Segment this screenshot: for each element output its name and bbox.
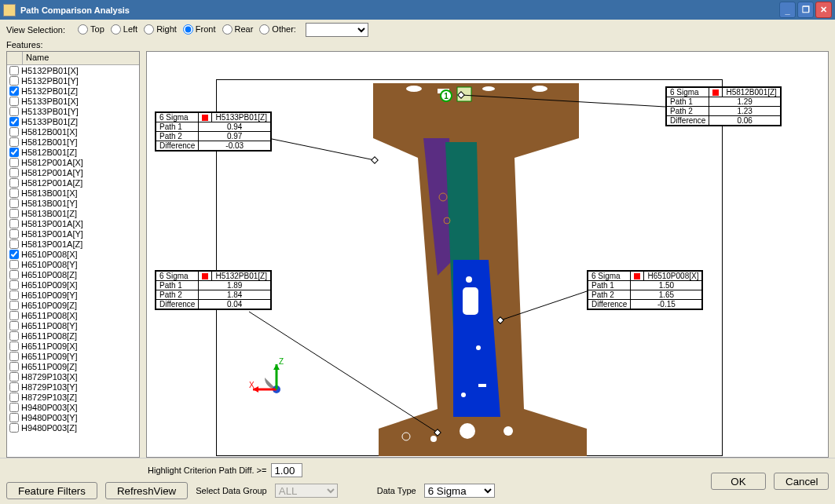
feature-row[interactable]: H6511P009[X] — [7, 341, 139, 351]
feature-checkbox[interactable] — [9, 178, 19, 188]
svg-rect-23 — [497, 317, 504, 323]
callout-c3[interactable]: 6 SigmaH5812B001[Z]Path 11.29Path 21.23D… — [665, 86, 782, 126]
feature-checkbox[interactable] — [9, 341, 19, 351]
feature-label: H8729P103[Y] — [21, 382, 78, 392]
feature-row[interactable]: H9480P003[Z] — [7, 422, 139, 433]
feature-row[interactable]: H5133PB01[Y] — [7, 106, 139, 116]
feature-row[interactable]: H6510P008[Z] — [7, 269, 139, 279]
feature-checkbox[interactable] — [9, 107, 19, 116]
feature-checkbox[interactable] — [9, 219, 19, 228]
data-type-select[interactable]: 6 Sigma — [424, 484, 495, 498]
feature-checkbox[interactable] — [9, 403, 19, 412]
feature-row[interactable]: H8729P103[Z] — [7, 392, 139, 402]
view-radio-right[interactable]: Right — [144, 24, 177, 35]
view-radio-front[interactable]: Front — [183, 24, 216, 35]
feature-row[interactable]: H5812P001A[X] — [7, 157, 139, 167]
feature-checkbox[interactable] — [9, 423, 19, 433]
feature-checkbox[interactable] — [9, 280, 19, 290]
view-radio-rear[interactable]: Rear — [222, 24, 254, 35]
feature-row[interactable]: H6511P008[X] — [7, 310, 139, 320]
feature-row[interactable]: H5813P001A[X] — [7, 218, 139, 228]
feature-row[interactable]: H5812B001[Z] — [7, 147, 139, 157]
feature-row[interactable]: H5133PB01[Z] — [7, 116, 139, 126]
feature-checkbox[interactable] — [9, 199, 19, 208]
feature-checkbox[interactable] — [9, 413, 19, 422]
view-radio-left[interactable]: Left — [111, 24, 137, 35]
feature-checkbox[interactable] — [9, 117, 19, 126]
feature-checkbox[interactable] — [9, 311, 19, 320]
view-radio-other[interactable]: Other: — [259, 24, 296, 35]
feature-row[interactable]: H5813P001A[Y] — [7, 228, 139, 239]
feature-row[interactable]: H6510P009[Z] — [7, 300, 139, 310]
refresh-view-button[interactable]: RefreshView — [105, 482, 188, 499]
feature-row[interactable]: H5813P001A[Z] — [7, 239, 139, 249]
feature-label: H6510P008[Z] — [21, 270, 77, 279]
callout-c1[interactable]: 6 SigmaH5133PB01[Z]Path 10.94Path 20.97D… — [155, 111, 272, 152]
feature-checkbox[interactable] — [9, 372, 19, 382]
name-column-header[interactable]: Name — [23, 52, 139, 64]
feature-checkbox[interactable] — [9, 352, 19, 361]
feature-row[interactable]: H5132PB01[Z] — [7, 86, 139, 96]
feature-row[interactable]: H6511P008[Y] — [7, 320, 139, 331]
other-view-select[interactable] — [306, 23, 368, 37]
feature-checkbox[interactable] — [9, 86, 19, 96]
feature-row[interactable]: H5132PB01[Y] — [7, 75, 139, 86]
feature-row[interactable]: H5812B001[X] — [7, 126, 139, 137]
feature-row[interactable]: H8729P103[Y] — [7, 382, 139, 392]
feature-row[interactable]: H5813B001[Y] — [7, 198, 139, 208]
feature-label: H9480P003[Y] — [21, 413, 78, 422]
feature-row[interactable]: H6510P008[Y] — [7, 259, 139, 269]
callout-c2[interactable]: 6 SigmaH5132PB01[Z]Path 11.89Path 21.84D… — [155, 270, 272, 310]
feature-checkbox[interactable] — [9, 209, 19, 218]
feature-checkbox[interactable] — [9, 148, 19, 157]
feature-checkbox[interactable] — [9, 382, 19, 392]
feature-checkbox[interactable] — [9, 229, 19, 239]
feature-row[interactable]: H6510P009[Y] — [7, 290, 139, 300]
maximize-button[interactable]: ❐ — [797, 2, 814, 18]
feature-checkbox[interactable] — [9, 76, 19, 86]
feature-row[interactable]: H5812P001A[Y] — [7, 167, 139, 177]
feature-checkbox[interactable] — [9, 393, 19, 402]
checkbox-column-header[interactable] — [7, 52, 23, 64]
feature-checkbox[interactable] — [9, 127, 19, 137]
feature-row[interactable]: H9480P003[X] — [7, 402, 139, 412]
canvas-area[interactable]: 1 6 SigmaH5133PB01[Z]Path 10.94Path 20.9… — [146, 51, 829, 458]
feature-row[interactable]: H6510P009[X] — [7, 279, 139, 290]
minimize-button[interactable]: _ — [779, 2, 796, 18]
feature-row[interactable]: H5812P001A[Z] — [7, 177, 139, 188]
feature-row[interactable]: H5132PB01[X] — [7, 65, 139, 75]
highlight-value-input[interactable] — [271, 463, 302, 477]
ok-button[interactable]: OK — [711, 473, 766, 490]
feature-checkbox[interactable] — [9, 97, 19, 106]
feature-row[interactable]: H6511P009[Z] — [7, 361, 139, 371]
feature-row[interactable]: H6511P008[Z] — [7, 331, 139, 341]
feature-row[interactable]: H9480P003[Y] — [7, 412, 139, 422]
feature-checkbox[interactable] — [9, 331, 19, 341]
close-button[interactable]: ✕ — [815, 2, 832, 18]
feature-checkbox[interactable] — [9, 301, 19, 310]
feature-row[interactable]: H8729P103[X] — [7, 371, 139, 382]
feature-checkbox[interactable] — [9, 188, 19, 198]
cancel-button[interactable]: Cancel — [774, 473, 829, 490]
feature-row[interactable]: H5812B001[Y] — [7, 137, 139, 147]
feature-checkbox[interactable] — [9, 239, 19, 249]
callout-c4[interactable]: 6 SigmaH6510P008[X]Path 11.50Path 21.65D… — [587, 270, 703, 310]
features-list[interactable]: H5132PB01[X]H5132PB01[Y]H5132PB01[Z]H513… — [7, 65, 139, 457]
view-radio-top[interactable]: Top — [78, 24, 104, 35]
feature-checkbox[interactable] — [9, 362, 19, 371]
feature-row[interactable]: H5133PB01[X] — [7, 96, 139, 106]
feature-checkbox[interactable] — [9, 158, 19, 167]
feature-checkbox[interactable] — [9, 321, 19, 331]
feature-checkbox[interactable] — [9, 168, 19, 177]
feature-row[interactable]: H6510P008[X] — [7, 249, 139, 259]
feature-checkbox[interactable] — [9, 250, 19, 259]
feature-checkbox[interactable] — [9, 270, 19, 279]
feature-row[interactable]: H5813B001[Z] — [7, 208, 139, 218]
feature-row[interactable]: H6511P009[Y] — [7, 351, 139, 361]
feature-row[interactable]: H5813B001[X] — [7, 188, 139, 198]
feature-filters-button[interactable]: Feature Filters — [6, 482, 97, 499]
feature-checkbox[interactable] — [9, 290, 19, 300]
feature-checkbox[interactable] — [9, 66, 19, 75]
feature-checkbox[interactable] — [9, 260, 19, 269]
feature-checkbox[interactable] — [9, 137, 19, 147]
